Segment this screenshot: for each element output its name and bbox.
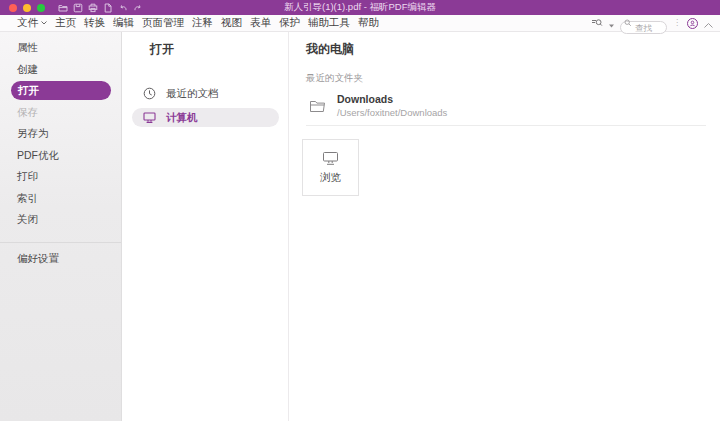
- find-searchbox: [620, 17, 667, 30]
- sidebar-item-open[interactable]: 打开: [11, 81, 111, 100]
- monitor-icon: [322, 151, 339, 166]
- traffic-lights: [0, 4, 45, 12]
- tab-file-label: 文件: [17, 16, 38, 30]
- sidebar-item-index[interactable]: 索引: [0, 189, 111, 208]
- ribbon-tabs: 文件 主页 转换 编辑 页面管理 注释 视图 表单 保护 辅助工具 帮助: [17, 16, 379, 30]
- redo-icon[interactable]: [133, 3, 143, 13]
- open-locations-list: 最近的文档 计算机: [122, 84, 288, 127]
- tab-help[interactable]: 帮助: [358, 16, 379, 30]
- open-item-computer[interactable]: 计算机: [132, 108, 279, 127]
- tab-protect[interactable]: 保护: [279, 16, 300, 30]
- overflow-dots-icon[interactable]: ⋮: [673, 19, 681, 27]
- sidebar-divider: [0, 242, 121, 243]
- computer-icon: [143, 112, 156, 124]
- sidebar-item-save: 保存: [0, 103, 111, 122]
- search-in-document-icon[interactable]: [591, 14, 603, 32]
- open-panel: 打开 最近的文档 计算机: [122, 32, 289, 421]
- recent-folder-downloads[interactable]: Downloads /Users/foxitnet/Downloads: [306, 91, 706, 126]
- folder-texts: Downloads /Users/foxitnet/Downloads: [337, 93, 447, 118]
- magnifier-icon: [624, 19, 632, 27]
- sidebar-item-pdf-optimize[interactable]: PDF优化: [0, 146, 111, 165]
- open-item-label: 计算机: [166, 111, 198, 125]
- menubar-right-controls: ⋮: [591, 14, 713, 32]
- browse-label: 浏览: [320, 171, 341, 185]
- open-item-label: 最近的文档: [166, 87, 219, 101]
- folder-open-icon[interactable]: [58, 3, 68, 13]
- sidebar-item-properties[interactable]: 属性: [0, 38, 111, 57]
- quick-access-toolbar: [58, 3, 143, 13]
- foxit-pdf-editor-window: 新人引导(1)(1).pdf - 福昕PDF编辑器 文件 主页 转换 编辑 页面…: [0, 0, 720, 421]
- folder-path: /Users/foxitnet/Downloads: [337, 107, 447, 118]
- computer-panel-title: 我的电脑: [306, 41, 706, 58]
- tab-view[interactable]: 视图: [221, 16, 242, 30]
- clock-icon: [143, 87, 156, 100]
- open-item-recent-documents[interactable]: 最近的文档: [132, 84, 279, 103]
- sidebar-item-close[interactable]: 关闭: [0, 210, 111, 229]
- collapse-toolbar-icon[interactable]: [704, 14, 713, 32]
- save-icon[interactable]: [73, 3, 83, 13]
- sidebar-item-create[interactable]: 创建: [0, 60, 111, 79]
- minimize-button[interactable]: [23, 4, 31, 12]
- sidebar-item-preferences[interactable]: 偏好设置: [0, 249, 111, 268]
- chevron-down-icon: [41, 21, 47, 25]
- sidebar-item-print[interactable]: 打印: [0, 167, 111, 186]
- tab-page-management[interactable]: 页面管理: [142, 16, 184, 30]
- open-panel-title: 打开: [122, 41, 288, 58]
- close-button[interactable]: [9, 4, 17, 12]
- titlebar: 新人引导(1)(1).pdf - 福昕PDF编辑器: [0, 0, 720, 15]
- recent-folders-label: 最近的文件夹: [306, 72, 706, 85]
- computer-panel: 我的电脑 最近的文件夹 Downloads /Users/foxitnet/Do…: [289, 32, 720, 421]
- dropdown-caret-icon[interactable]: [609, 14, 614, 32]
- browse-button[interactable]: 浏览: [302, 139, 359, 196]
- zoom-button[interactable]: [37, 4, 45, 12]
- tab-home[interactable]: 主页: [55, 16, 76, 30]
- undo-icon[interactable]: [118, 3, 128, 13]
- account-avatar-icon[interactable]: [687, 18, 698, 29]
- tab-file[interactable]: 文件: [17, 16, 47, 30]
- new-document-icon[interactable]: [103, 3, 113, 13]
- tab-convert[interactable]: 转换: [84, 16, 105, 30]
- tab-assist-tools[interactable]: 辅助工具: [308, 16, 350, 30]
- menubar: 文件 主页 转换 编辑 页面管理 注释 视图 表单 保护 辅助工具 帮助 ⋮: [0, 15, 720, 32]
- folder-icon: [309, 98, 326, 114]
- print-icon[interactable]: [88, 3, 98, 13]
- folder-name: Downloads: [337, 93, 447, 105]
- backstage-sidebar: 属性 创建 打开 保存 另存为 PDF优化 打印 索引 关闭 偏好设置: [0, 32, 122, 421]
- tab-edit[interactable]: 编辑: [113, 16, 134, 30]
- file-backstage: 属性 创建 打开 保存 另存为 PDF优化 打印 索引 关闭 偏好设置 打开 最…: [0, 32, 720, 421]
- tab-form[interactable]: 表单: [250, 16, 271, 30]
- tab-comment[interactable]: 注释: [192, 16, 213, 30]
- sidebar-item-save-as[interactable]: 另存为: [0, 124, 111, 143]
